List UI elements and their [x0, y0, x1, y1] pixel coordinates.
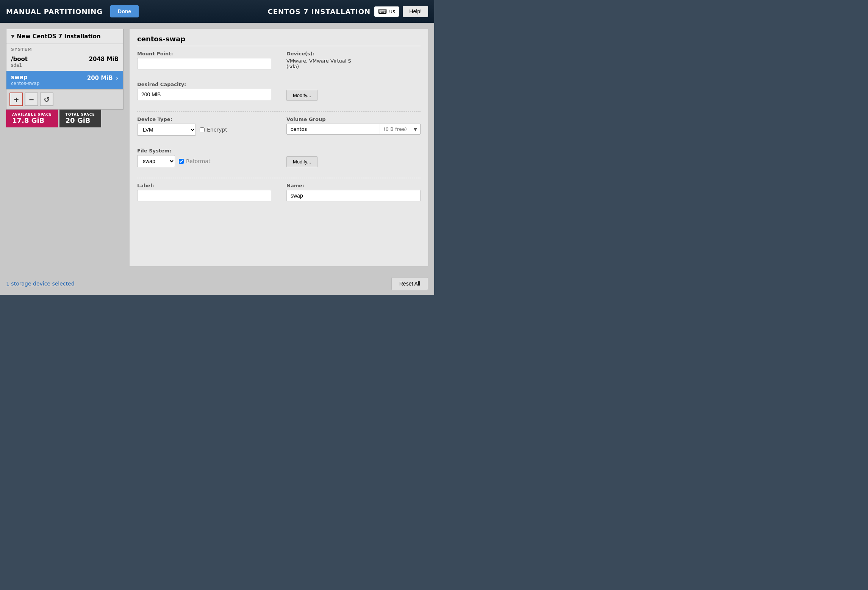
divider1 — [137, 111, 421, 112]
remove-partition-button[interactable]: − — [25, 93, 38, 106]
device-type-section: Device Type: LVM Standard Partition RAID… — [137, 116, 271, 136]
desired-capacity-section: Desired Capacity: — [137, 82, 271, 101]
installation-title: New CentOS 7 Installation — [17, 33, 100, 40]
encrypt-checkbox-label[interactable]: Encrypt — [200, 127, 227, 133]
partition-info-boot: /boot sda1 — [11, 56, 28, 68]
keyboard-input[interactable]: ⌨ us — [374, 6, 399, 17]
modify-button[interactable]: Modify... — [286, 90, 317, 101]
detail-grid-2: Device Type: LVM Standard Partition RAID… — [137, 116, 421, 173]
partition-name-boot: /boot — [11, 56, 28, 63]
keyboard-icon: ⌨ — [378, 8, 387, 15]
file-system-select[interactable]: swap ext4 ext3 xfs — [137, 155, 175, 167]
section-label: SYSTEM — [6, 44, 123, 53]
partition-right-boot: 2048 MiB — [89, 56, 119, 63]
detail-grid-3: Label: Name: — [137, 183, 421, 207]
partition-size-boot: 2048 MiB — [89, 56, 119, 63]
keyboard-value: us — [389, 8, 395, 14]
reset-all-button[interactable]: Reset All — [391, 277, 428, 290]
available-space-label: AVAILABLE SPACE — [12, 113, 52, 116]
help-button[interactable]: Help! — [403, 6, 428, 17]
partition-sub-boot: sda1 — [11, 63, 28, 68]
partition-right-swap: 200 MiB › — [87, 74, 119, 82]
bottom-bar: 1 storage device selected Reset All — [0, 272, 434, 295]
partition-item-boot[interactable]: /boot sda1 2048 MiB — [6, 53, 123, 71]
partition-name-swap: swap — [11, 74, 39, 81]
available-space-bar: AVAILABLE SPACE 17.8 GiB — [6, 110, 58, 127]
mount-point-input[interactable] — [137, 58, 271, 69]
left-panel-wrapper: ▼ New CentOS 7 Installation SYSTEM /boot… — [6, 29, 124, 266]
vg-name: centos — [287, 124, 380, 134]
volume-group-section: Volume Group centos (0 B free) ▼ — [286, 116, 421, 136]
partition-list: SYSTEM /boot sda1 2048 MiB swap centos — [6, 44, 123, 89]
volume-group-select[interactable]: centos (0 B free) ▼ — [286, 124, 421, 135]
header: MANUAL PARTITIONING Done CENTOS 7 INSTAL… — [0, 0, 434, 23]
partition-size-swap: 200 MiB — [87, 75, 113, 82]
total-space-value: 20 GiB — [66, 116, 95, 124]
done-button[interactable]: Done — [110, 5, 139, 17]
partition-controls: + − ↺ — [6, 89, 123, 109]
vg-modify-section: Modify... — [286, 148, 421, 167]
app-title: MANUAL PARTITIONING — [6, 8, 103, 16]
available-space-value: 17.8 GiB — [12, 116, 52, 124]
total-space-bar: TOTAL SPACE 20 GiB — [59, 110, 101, 127]
device-type-select[interactable]: LVM Standard Partition RAID BTRFS — [137, 124, 196, 136]
name-section: Name: — [286, 183, 421, 201]
refresh-button[interactable]: ↺ — [40, 93, 53, 106]
devices-section: Device(s): VMware, VMware Virtual S(sda) — [286, 51, 421, 69]
reformat-text: Reformat — [186, 158, 210, 164]
header-left: MANUAL PARTITIONING Done — [6, 5, 139, 17]
right-panel: centos-swap Mount Point: Device(s): VMwa… — [130, 29, 428, 266]
file-system-row: swap ext4 ext3 xfs Reformat — [137, 155, 271, 167]
divider2 — [137, 178, 421, 178]
encrypt-label: Encrypt — [207, 127, 227, 133]
devices-label: Device(s): — [286, 51, 421, 56]
name-label: Name: — [286, 183, 421, 188]
device-type-label: Device Type: — [137, 116, 271, 122]
installation-header: ▼ New CentOS 7 Installation — [6, 29, 123, 44]
file-system-section: File System: swap ext4 ext3 xfs Reformat — [137, 148, 271, 167]
mount-point-section: Mount Point: — [137, 51, 271, 69]
volume-group-label: Volume Group — [286, 116, 421, 122]
partition-item-swap[interactable]: swap centos-swap 200 MiB › — [6, 71, 123, 89]
file-system-label: File System: — [137, 148, 271, 154]
mount-point-label: Mount Point: — [137, 51, 271, 56]
label-label: Label: — [137, 183, 271, 188]
vg-arrow-icon: ▼ — [411, 124, 420, 134]
device-type-row: LVM Standard Partition RAID BTRFS Encryp… — [137, 124, 271, 136]
vg-modify-button[interactable]: Modify... — [286, 156, 317, 167]
label-input[interactable] — [137, 190, 271, 201]
header-right: CENTOS 7 INSTALLATION ⌨ us Help! — [268, 6, 428, 17]
desired-capacity-input[interactable] — [137, 89, 271, 100]
reformat-label[interactable]: Reformat — [179, 158, 210, 164]
detail-grid: Mount Point: Device(s): VMware, VMware V… — [137, 51, 421, 107]
encrypt-checkbox[interactable] — [200, 127, 205, 132]
partition-info-swap: swap centos-swap — [11, 74, 39, 86]
storage-device-link[interactable]: 1 storage device selected — [6, 281, 75, 287]
devices-value: VMware, VMware Virtual S(sda) — [286, 58, 421, 69]
main-content: ▼ New CentOS 7 Installation SYSTEM /boot… — [0, 23, 434, 272]
partition-arrow-icon: › — [116, 74, 119, 82]
add-partition-button[interactable]: + — [9, 93, 23, 106]
reformat-checkbox[interactable] — [179, 159, 184, 164]
label-section: Label: — [137, 183, 271, 201]
left-panel: ▼ New CentOS 7 Installation SYSTEM /boot… — [6, 29, 124, 110]
detail-title: centos-swap — [137, 35, 421, 46]
partition-sub-swap: centos-swap — [11, 81, 39, 86]
total-space-label: TOTAL SPACE — [66, 113, 95, 116]
expand-icon: ▼ — [11, 34, 14, 39]
name-input[interactable] — [286, 190, 421, 201]
centos-title: CENTOS 7 INSTALLATION — [268, 8, 371, 16]
desired-capacity-label: Desired Capacity: — [137, 82, 271, 87]
vg-free: (0 B free) — [380, 124, 411, 134]
space-bars: AVAILABLE SPACE 17.8 GiB TOTAL SPACE 20 … — [6, 110, 124, 127]
modify-section: Modify... — [286, 82, 421, 101]
